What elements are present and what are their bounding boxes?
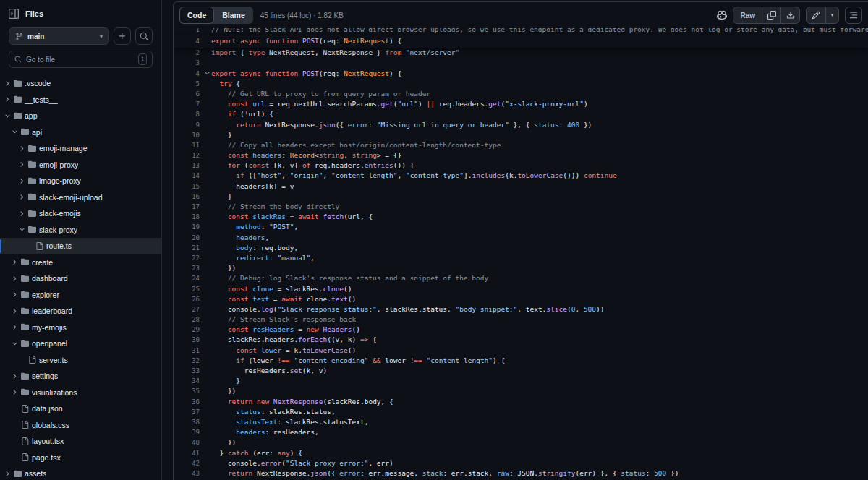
line-number[interactable]: 39 <box>174 427 203 437</box>
chevron-right-icon[interactable] <box>12 324 18 330</box>
chevron-right-icon[interactable] <box>12 389 18 395</box>
line-number[interactable]: 13 <box>174 160 203 171</box>
line-number[interactable]: 15 <box>174 181 203 192</box>
tree-file-route.ts[interactable]: route.ts <box>0 238 161 254</box>
tree-folder-slack-emoji-upload[interactable]: slack-emoji-upload <box>0 189 161 206</box>
line-number[interactable]: 7 <box>174 99 203 109</box>
line-number[interactable]: 25 <box>174 284 203 294</box>
chevron-right-icon[interactable] <box>4 96 11 103</box>
search-code-button[interactable] <box>135 27 153 45</box>
line-number[interactable]: 29 <box>174 325 203 335</box>
chevron-right-icon[interactable] <box>12 373 18 380</box>
go-to-file-input[interactable] <box>26 56 134 64</box>
chevron-right-icon[interactable] <box>19 210 25 217</box>
line-number[interactable]: 24 <box>174 273 203 283</box>
tree-folder-leaderboard[interactable]: leaderboard <box>0 303 161 320</box>
line-number[interactable]: 32 <box>174 356 203 366</box>
tree-folder-.vscode[interactable]: .vscode <box>0 75 161 92</box>
chevron-right-icon[interactable] <box>19 194 25 200</box>
tree-folder-explorer[interactable]: explorer <box>0 287 161 304</box>
tree-file-page.tsx[interactable]: page.tsx <box>0 450 161 466</box>
edit-file-button[interactable] <box>807 7 825 23</box>
line-number[interactable]: 4 <box>174 36 203 46</box>
chevron-right-icon[interactable] <box>4 471 11 477</box>
line-number[interactable]: 23 <box>174 263 203 273</box>
tree-folder-__tests__[interactable]: __tests__ <box>0 92 161 108</box>
line-number[interactable]: 36 <box>174 397 203 407</box>
tree-folder-image-proxy[interactable]: image-proxy <box>0 173 161 189</box>
tree-file-globals.css[interactable]: globals.css <box>0 417 161 434</box>
tree-folder-visualizations[interactable]: visualizations <box>0 385 161 401</box>
tree-file-data.json[interactable]: data.json <box>0 400 161 417</box>
chevron-right-icon[interactable] <box>19 178 25 184</box>
line-number[interactable]: 21 <box>174 243 203 253</box>
chevron-right-icon[interactable] <box>19 161 25 168</box>
chevron-down-icon[interactable] <box>19 226 25 233</box>
chevron-right-icon[interactable] <box>19 145 25 152</box>
line-number[interactable]: 33 <box>174 366 203 376</box>
line-number[interactable]: 35 <box>174 386 203 396</box>
line-number[interactable]: 4 <box>174 69 203 79</box>
line-number[interactable]: 19 <box>174 222 203 232</box>
line-number[interactable]: 40 <box>174 437 203 447</box>
line-number[interactable]: 30 <box>174 335 203 345</box>
tab-blame[interactable]: Blame <box>214 7 253 24</box>
line-number[interactable]: 42 <box>174 458 203 468</box>
chevron-down-icon[interactable] <box>12 340 18 347</box>
line-number[interactable]: 5 <box>174 79 203 89</box>
line-number[interactable]: 34 <box>174 376 203 386</box>
collapse-file-tree-button[interactable] <box>9 9 19 19</box>
line-number[interactable]: 37 <box>174 407 203 417</box>
line-number[interactable]: 16 <box>174 192 203 202</box>
line-number[interactable]: 3 <box>174 58 203 68</box>
tree-folder-my-emojis[interactable]: my-emojis <box>0 320 161 336</box>
branch-selector[interactable]: main ▾ <box>9 27 109 45</box>
tree-folder-openpanel[interactable]: openpanel <box>0 335 161 352</box>
line-number[interactable]: 20 <box>174 233 203 243</box>
line-number[interactable]: 14 <box>174 171 203 181</box>
line-number[interactable]: 12 <box>174 150 203 160</box>
tree-folder-emoji-manage[interactable]: emoji-manage <box>0 140 161 157</box>
chevron-right-icon[interactable] <box>12 275 18 282</box>
line-number[interactable]: 38 <box>174 417 203 427</box>
line-number[interactable]: 6 <box>174 89 203 99</box>
line-number[interactable]: 1 <box>174 28 203 35</box>
line-number[interactable]: 10 <box>174 130 203 140</box>
line-number[interactable]: 2 <box>174 48 203 58</box>
add-file-button[interactable] <box>114 27 131 45</box>
tree-folder-create[interactable]: create <box>0 254 161 271</box>
line-number[interactable]: 22 <box>174 253 203 263</box>
tree-folder-app[interactable]: app <box>0 108 161 124</box>
code-area[interactable]: 1// NOTE: the Slack API does not allow d… <box>174 28 868 480</box>
tree-folder-emoji-proxy[interactable]: emoji-proxy <box>0 157 161 173</box>
line-number[interactable]: 11 <box>174 140 203 150</box>
line-number[interactable]: 9 <box>174 120 203 130</box>
symbols-panel-button[interactable] <box>845 7 862 24</box>
chevron-down-icon[interactable] <box>4 113 11 119</box>
chevron-right-icon[interactable] <box>12 259 18 265</box>
chevron-right-icon[interactable] <box>4 80 11 87</box>
line-number[interactable]: 28 <box>174 314 203 325</box>
line-number[interactable]: 8 <box>174 109 203 119</box>
line-number[interactable]: 17 <box>174 202 203 212</box>
chevron-right-icon[interactable] <box>12 291 18 298</box>
line-number[interactable]: 31 <box>174 346 203 356</box>
tree-folder-assets[interactable]: assets <box>0 466 161 480</box>
tree-folder-settings[interactable]: settings <box>0 368 161 385</box>
tab-code[interactable]: Code <box>179 7 214 24</box>
line-number[interactable]: 26 <box>174 294 203 304</box>
line-number[interactable]: 41 <box>174 448 203 458</box>
chevron-down-icon[interactable] <box>12 129 18 135</box>
tree-file-server.ts[interactable]: server.ts <box>0 352 161 369</box>
tree-folder-slack-proxy[interactable]: slack-proxy <box>0 222 161 239</box>
fold-chevron-icon[interactable] <box>203 69 211 79</box>
raw-button[interactable]: Raw <box>733 7 762 23</box>
copy-raw-button[interactable] <box>762 7 780 23</box>
tree-file-layout.tsx[interactable]: layout.tsx <box>0 433 161 450</box>
line-number[interactable]: 43 <box>174 468 203 479</box>
tree-folder-slack-emojis[interactable]: slack-emojis <box>0 205 161 222</box>
copilot-button[interactable] <box>717 10 727 20</box>
tree-folder-dashboard[interactable]: dashboard <box>0 270 161 287</box>
chevron-right-icon[interactable] <box>12 308 18 314</box>
line-number[interactable]: 18 <box>174 212 203 222</box>
